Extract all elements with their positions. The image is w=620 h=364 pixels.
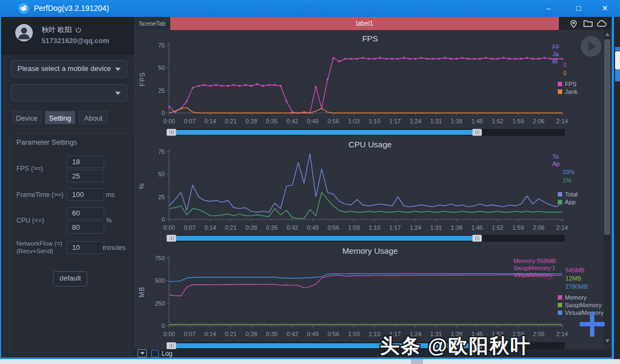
svg-text:250: 250 — [155, 300, 165, 307]
log-checkbox[interactable] — [151, 350, 159, 357]
legend-total: Total — [558, 191, 577, 198]
svg-text:0:42: 0:42 — [287, 331, 298, 337]
slider-handle-right[interactable] — [472, 129, 482, 136]
slider-handle-right[interactable] — [472, 235, 482, 242]
window-border — [612, 17, 614, 359]
default-button[interactable]: default — [53, 271, 87, 287]
tab-about[interactable]: About — [79, 111, 108, 124]
memory-tooltip-line: VirtualMemory: — [514, 272, 568, 278]
crosshair-plus — [580, 322, 605, 326]
scrollbar-down-icon[interactable] — [605, 339, 610, 343]
slider-track-active[interactable] — [176, 236, 472, 241]
svg-text:0:42: 0:42 — [287, 224, 298, 231]
legend-virtualmemory: VirtualMemory — [558, 309, 604, 316]
svg-text:750: 750 — [155, 255, 165, 261]
legend-memory: Memory — [558, 294, 587, 301]
user-email: 517321620@qq.com — [41, 37, 109, 45]
virtualmemory-current-value: 2780MB — [565, 283, 588, 290]
fps-tooltip-clipped: Bl — [552, 58, 562, 64]
fps-range-slider[interactable] — [166, 129, 565, 136]
scene-label-tab[interactable]: label1 — [170, 17, 559, 30]
swapmemory-legend-swatch — [558, 303, 562, 307]
svg-text:1:10: 1:10 — [368, 331, 380, 337]
svg-text:2:14: 2:14 — [556, 118, 568, 124]
jank-legend-label: Jank — [565, 88, 577, 95]
slider-handle-left[interactable] — [166, 235, 176, 242]
memory-tooltip-line: SwapMemory:1 — [514, 265, 568, 271]
memory-current-value: 545MB — [565, 267, 585, 273]
memory-tooltip-line: Memory:559MB — [514, 258, 568, 264]
scrollbar-thumb[interactable] — [604, 39, 610, 235]
cpu-label: CPU (<=) — [16, 217, 44, 224]
jank-legend-swatch — [558, 89, 562, 94]
networkflow-input[interactable] — [67, 241, 104, 254]
power-icon[interactable] — [75, 26, 81, 34]
play-button[interactable] — [581, 36, 601, 57]
parameter-settings-title: Parameter Settings — [16, 138, 77, 146]
cpu-range-slider[interactable] — [166, 235, 565, 242]
cloud-icon[interactable] — [597, 19, 607, 28]
svg-text:1:17: 1:17 — [389, 224, 401, 231]
memory-legend-label: Memory — [565, 294, 587, 301]
cpu-max-input[interactable] — [67, 221, 104, 234]
svg-text:2:06: 2:06 — [533, 118, 544, 124]
close-button[interactable]: ✕ — [594, 0, 616, 17]
tab-device[interactable]: Device — [12, 111, 41, 124]
tab-setting[interactable]: Setting — [45, 111, 75, 124]
virtualmemory-legend-swatch — [558, 311, 562, 315]
scrollbar-up-icon[interactable] — [605, 33, 610, 36]
watermark: 头条 @欧阳秋叶 — [380, 333, 531, 360]
background-window-detail — [615, 69, 620, 81]
svg-text:0:28: 0:28 — [246, 331, 257, 337]
svg-text:0:00: 0:00 — [163, 118, 175, 124]
svg-text:1:03: 1:03 — [348, 224, 360, 231]
slider-handle-left[interactable] — [166, 129, 176, 136]
slider-track-active[interactable] — [176, 130, 472, 135]
fps-current-value: 0 — [563, 62, 567, 68]
svg-text:2:06: 2:06 — [533, 331, 544, 337]
scene-tab[interactable]: SceneTab — [134, 17, 171, 30]
legend-jank: Jank — [558, 88, 577, 95]
svg-text:0:56: 0:56 — [327, 118, 339, 124]
slider-handle-left[interactable] — [166, 342, 176, 349]
app-select[interactable] — [11, 84, 127, 102]
svg-text:1:10: 1:10 — [368, 224, 380, 231]
svg-text:1:52: 1:52 — [492, 118, 503, 124]
svg-text:1:59: 1:59 — [512, 224, 524, 231]
memory-chart-canvas[interactable]: 02505007500:000:070:140:210:280:350:420:… — [147, 253, 568, 341]
memory-y-axis-label: MB — [138, 287, 146, 297]
svg-text:1:45: 1:45 — [471, 224, 482, 231]
svg-text:2:14: 2:14 — [556, 224, 568, 231]
background-window-detail — [615, 47, 620, 51]
device-select[interactable]: Please select a mobile device — [11, 60, 127, 77]
device-select-placeholder: Please select a mobile device — [17, 64, 111, 73]
frametime-input[interactable] — [67, 188, 104, 201]
svg-text:1:52: 1:52 — [492, 224, 503, 231]
frametime-label: FrameTime (>=) — [16, 191, 63, 199]
fps-min-input[interactable] — [67, 156, 104, 168]
svg-text:2:06: 2:06 — [533, 224, 544, 231]
background-window-detail — [615, 51, 620, 69]
svg-text:0:35: 0:35 — [266, 331, 277, 337]
minimize-button[interactable]: – — [538, 0, 559, 17]
cpu-min-input[interactable] — [67, 207, 104, 219]
chevron-down-icon — [140, 352, 145, 355]
collapse-button[interactable] — [138, 349, 147, 357]
svg-text:0:49: 0:49 — [307, 331, 319, 337]
log-label: Log — [162, 350, 172, 357]
networkflow-label: NetworkFlow (=) — [16, 240, 62, 247]
svg-text:0:07: 0:07 — [184, 224, 195, 231]
svg-text:75: 75 — [158, 148, 165, 155]
cpu-chart-canvas[interactable]: 02550750:000:070:140:210:280:350:420:490… — [147, 146, 568, 235]
cpu-y-axis-label: % — [138, 183, 146, 189]
folder-icon[interactable] — [583, 19, 593, 28]
location-pin-icon[interactable] — [569, 19, 579, 28]
svg-text:1:45: 1:45 — [471, 118, 482, 124]
fps-chart-canvas[interactable]: 02550750:000:070:140:210:280:350:420:490… — [147, 40, 568, 128]
maximize-button[interactable]: □ — [568, 0, 589, 17]
fps-max-input[interactable] — [67, 170, 104, 182]
background-strip — [0, 359, 620, 364]
user-name: 秋叶 欧阳 — [41, 25, 72, 35]
perfdog-logo-icon — [18, 3, 29, 14]
svg-text:0:56: 0:56 — [327, 331, 339, 337]
